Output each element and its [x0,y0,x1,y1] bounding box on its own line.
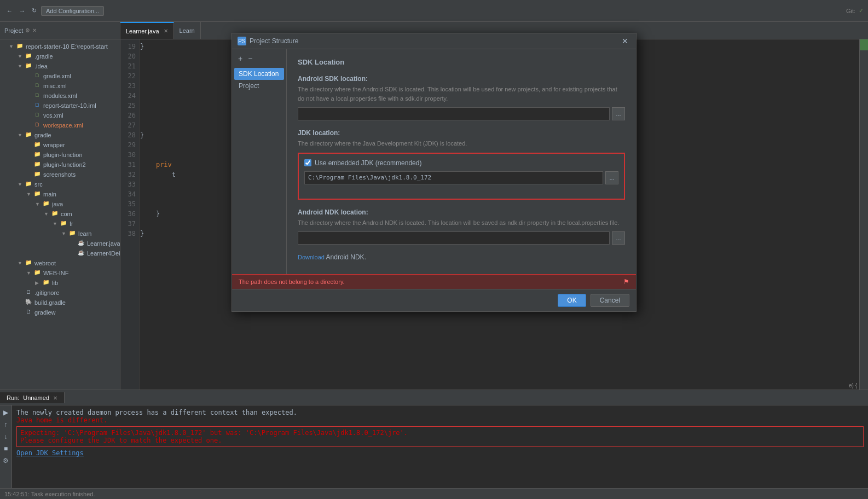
dialog-footer: OK Cancel [232,289,636,311]
status-text: 15:42:51: Task execution finished. [4,491,95,497]
run-line-1: The newly created daemon process has a d… [16,409,864,416]
dialog-right-panel: SDK Location Android SDK location: The d… [287,49,636,274]
run-up-btn[interactable]: ↑ [1,420,11,430]
jdk-title: JDK location: [298,129,625,137]
android-sdk-input-row: ... [298,107,625,120]
cancel-button[interactable]: Cancel [591,294,629,307]
jdk-checkbox-label: Use embedded JDK (recommended) [315,159,421,167]
run-error-highlight: Expecting: 'C:\Program Files\Java\jdk1.8… [16,426,864,447]
run-tab[interactable]: Run: Unnamed ✕ [0,392,65,403]
run-output: The newly created daemon process has a d… [12,405,868,488]
top-toolbar: ← → ↻ Add Configuration... Git: ✓ [0,0,868,22]
run-error-line-2: Please configure the JDK to match the ex… [20,437,860,444]
dialog-body: + − SDK Location Project SDK Location An… [232,49,636,274]
download-ndk-link[interactable]: Download [298,254,325,260]
dialog-title-text: Project Structure [250,37,298,45]
jdk-desc: The directory where the Java Development… [298,139,625,148]
dialog-close-btn[interactable]: ✕ [620,37,630,45]
git-status: ✓ [859,7,864,14]
bottom-tabs: Run: Unnamed ✕ [0,390,868,405]
jdk-checkbox-row: Use embedded JDK (recommended) [304,159,618,167]
run-stop-btn[interactable]: ■ [1,444,11,454]
run-play-btn[interactable]: ▶ [1,408,11,417]
dialog-section-title: SDK Location [298,58,625,66]
nav-sdk-location[interactable]: SDK Location [234,68,284,80]
android-sdk-browse-btn[interactable]: ... [612,107,625,120]
error-filter-icon: ⚑ [623,278,629,286]
dialog-overlay: PS Project Structure ✕ + − SDK Location … [0,22,868,390]
open-jdk-settings-link[interactable]: Open JDK Settings [16,449,84,457]
bottom-main: ▶ ↑ ↓ ■ ⚙ The newly created daemon proce… [0,405,868,488]
dialog-title-left: PS Project Structure [238,37,298,45]
run-tab-label: Run: [7,394,19,401]
project-structure-dialog: PS Project Structure ✕ + − SDK Location … [232,33,636,312]
ndk-input-row: ... [298,231,625,245]
android-sdk-title: Android SDK location: [298,75,625,83]
run-tab-close[interactable]: ✕ [53,395,57,401]
dialog-icon: PS [238,37,246,45]
run-error-line-1: Expecting: 'C:\Program Files\Java\jdk1.8… [20,429,860,437]
ndk-download-row: Download Android NDK. [298,253,625,261]
add-configuration-btn[interactable]: Add Configuration... [41,6,104,16]
ndk-section: Android NDK location: The directory wher… [298,208,625,262]
dialog-left-panel: + − SDK Location Project [232,49,287,274]
panel-remove-btn[interactable]: − [246,54,254,63]
ok-button[interactable]: OK [558,294,586,307]
forward-btn[interactable]: → [17,7,27,15]
dialog-titlebar: PS Project Structure ✕ [232,33,636,49]
download-suffix: Android NDK. [325,253,366,261]
run-down-btn[interactable]: ↓ [1,432,11,442]
run-line-2: Java home is different. [16,416,864,424]
ndk-desc: The directory where the Android NDK is l… [298,218,625,228]
run-side-toolbar: ▶ ↑ ↓ ■ ⚙ [0,405,12,488]
jdk-path-input[interactable] [304,171,603,184]
android-sdk-desc: The directory where the Android SDK is l… [298,85,625,103]
dialog-error-bar: The path does not belong to a directory.… [232,274,636,289]
panel-add-btn[interactable]: + [236,54,244,63]
nav-project[interactable]: Project [234,80,284,92]
android-sdk-input[interactable] [298,107,610,120]
git-label: Git: [846,8,855,14]
ndk-title: Android NDK location: [298,208,625,216]
panel-header: + − [234,54,284,63]
ndk-browse-btn[interactable]: ... [612,231,625,245]
run-settings-btn[interactable]: ⚙ [1,456,11,466]
back-btn[interactable]: ← [4,7,15,15]
jdk-browse-btn[interactable]: ... [605,171,618,184]
bottom-panel: Run: Unnamed ✕ ▶ ↑ ↓ ■ ⚙ The newly creat… [0,390,868,499]
ndk-path-input[interactable] [298,231,610,245]
bottom-status-bar: 15:42:51: Task execution finished. [0,488,868,499]
jdk-section: Use embedded JDK (recommended) ... [298,153,625,200]
jdk-input-row: ... [304,171,618,184]
run-tab-name: Unnamed [23,394,49,401]
error-message-text: The path does not belong to a directory. [239,278,345,285]
jdk-embedded-checkbox[interactable] [304,159,311,166]
refresh-btn[interactable]: ↻ [30,6,39,15]
